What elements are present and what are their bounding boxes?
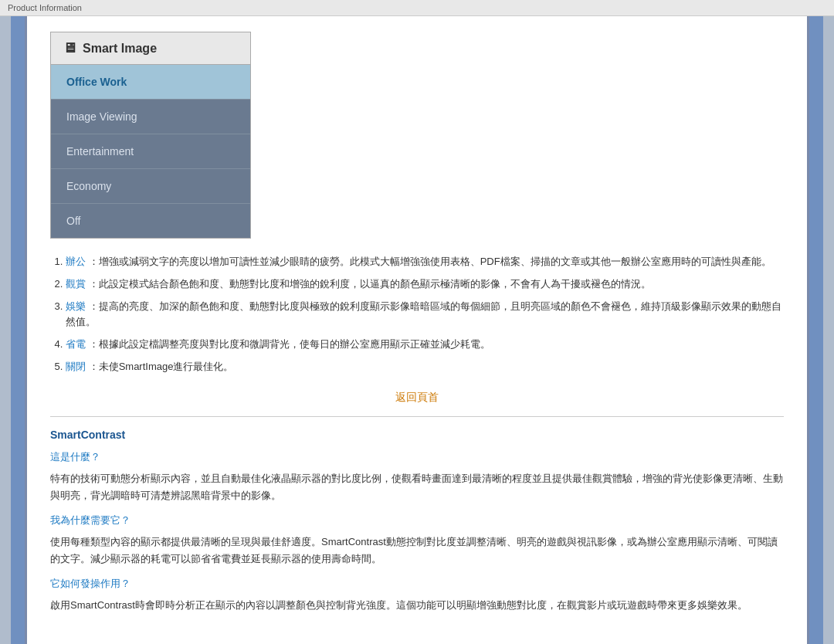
list-item-1: 辦公 ：增強或減弱文字的亮度以增加可讀性並減少眼睛的疲勞。此模式大幅增強強使用表… <box>66 254 784 270</box>
subtitle-1: 這是什麼？ <box>50 450 784 464</box>
link-entertainment[interactable]: 娛樂 <box>66 300 86 312</box>
list-item-3: 娛樂 ：提高的亮度、加深的顏色飽和度、動態對比度與極致的銳利度顯示影像暗暗區域的… <box>66 299 784 331</box>
top-bar-label: Product Information <box>8 3 82 12</box>
paragraph-3: 啟用SmartContrast時會即時分析正在顯示的內容以調整顏色與控制背光強度… <box>50 597 784 614</box>
left-sidebar <box>0 16 27 644</box>
smart-image-icon: 🖥 <box>63 40 76 56</box>
back-link[interactable]: 返回頁首 <box>395 391 439 403</box>
content-body: 辦公 ：增強或減弱文字的亮度以增加可讀性並減少眼睛的疲勞。此模式大幅增強強使用表… <box>50 254 784 614</box>
menu-item-image-viewing[interactable]: Image Viewing <box>51 100 250 134</box>
main-content: 🖥 Smart Image Office Work Image Viewing … <box>27 16 807 644</box>
back-section: 返回頁首 <box>50 391 784 405</box>
subtitle-3: 它如何發操作用？ <box>50 577 784 591</box>
smart-image-header: 🖥 Smart Image <box>51 32 250 65</box>
link-viewing[interactable]: 觀賞 <box>66 278 86 290</box>
paragraph-2: 使用每種類型內容的顯示都提供最清晰的呈現與最佳舒適度。SmartContrast… <box>50 534 784 568</box>
menu-item-entertainment[interactable]: Entertainment <box>51 134 250 169</box>
list-item-4: 省電 ：根據此設定檔調整亮度與對比度和微調背光，使每日的辦公室應用顯示正確並減少… <box>66 337 784 353</box>
link-off[interactable]: 關閉 <box>66 361 86 372</box>
menu-item-office-work[interactable]: Office Work <box>51 65 250 100</box>
left-blue-accent <box>11 16 25 644</box>
right-sidebar <box>807 16 834 644</box>
link-office[interactable]: 辦公 <box>66 256 86 267</box>
section-title-smartcontrast: SmartContrast <box>50 429 784 441</box>
list-item-5: 關閉 ：未使SmartImage進行最佳化。 <box>66 359 784 375</box>
smart-image-title: Smart Image <box>83 42 157 56</box>
list-item-2: 觀賞 ：此設定模式結合顏色飽和度、動態對比度和增強的銳利度，以逼真的顏色顯示極清… <box>66 276 784 293</box>
right-blue-accent <box>809 16 823 644</box>
menu-item-off[interactable]: Off <box>51 204 250 238</box>
paragraph-1: 特有的技術可動態分析顯示內容，並且自動最佳化液晶顯示器的對比度比例，使觀看時畫面… <box>50 470 784 504</box>
smart-image-panel: 🖥 Smart Image Office Work Image Viewing … <box>50 32 251 239</box>
top-bar: Product Information <box>0 0 834 16</box>
subtitle-2: 我為什麼需要它？ <box>50 514 784 527</box>
divider-1 <box>50 416 784 417</box>
menu-item-economy[interactable]: Economy <box>51 169 250 204</box>
link-economy[interactable]: 省電 <box>66 338 86 350</box>
feature-list: 辦公 ：增強或減弱文字的亮度以增加可讀性並減少眼睛的疲勞。此模式大幅增強強使用表… <box>66 254 784 375</box>
